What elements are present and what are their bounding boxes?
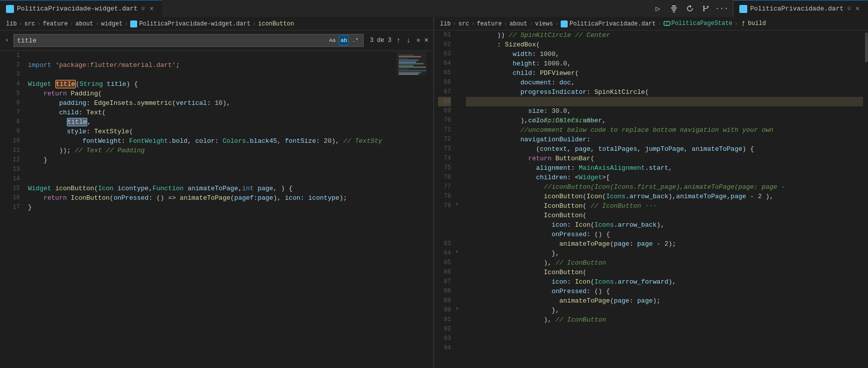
code-line: color: Colors.amber, bbox=[466, 97, 863, 106]
svg-rect-1 bbox=[671, 7, 677, 8]
dart-file-icon bbox=[6, 5, 14, 13]
right-editor-pane: lib › src › feature › about › views › Po… bbox=[434, 17, 868, 368]
rbc-class[interactable]: CPoliticaPageState bbox=[663, 20, 732, 27]
dart-breadcrumb-icon-right bbox=[561, 20, 568, 27]
code-line: Widget title(String title) { bbox=[28, 79, 397, 89]
code-line: )) // SpinKitCircle // Center bbox=[466, 30, 863, 40]
match-case-btn[interactable]: Aa bbox=[327, 35, 337, 45]
code-line: fontWeight: FontWeight.bold, color: Colo… bbox=[28, 136, 397, 146]
whole-word-btn[interactable]: ab bbox=[339, 35, 349, 45]
code-line: //uncomment below code to replace bottom… bbox=[466, 125, 863, 135]
search-preserve-btn[interactable]: ≡ bbox=[414, 35, 424, 45]
left-code-editor[interactable]: 1 2 3 4 5 6 7 8 9 10 11 12 13 14 15 16 1… bbox=[0, 51, 434, 368]
code-line: (context, page, totalPages, jumpToPage, … bbox=[466, 144, 863, 154]
run-button[interactable]: ▷ bbox=[651, 1, 665, 15]
code-line: child: PDFViewer( bbox=[466, 68, 863, 78]
right-scrollbar[interactable] bbox=[863, 30, 868, 368]
tab-close-right[interactable]: × bbox=[854, 5, 862, 13]
expand-arrow-79[interactable]: › bbox=[455, 201, 459, 207]
code-line: }, bbox=[466, 249, 863, 258]
restart-button[interactable] bbox=[683, 1, 697, 15]
code-line: child: Text( bbox=[28, 108, 397, 117]
code-line bbox=[28, 165, 397, 174]
code-line: Widget iconButton(Icon icontype,Function… bbox=[28, 184, 397, 193]
code-line: }, bbox=[466, 306, 863, 315]
code-line: icon: Icon(Icons.arrow_forward), bbox=[466, 277, 863, 287]
line-numbers-left: 1 2 3 4 5 6 7 8 9 10 11 12 13 14 15 16 1… bbox=[0, 51, 24, 368]
code-line: navigationBuilder: bbox=[466, 135, 863, 144]
expand-arrow-84[interactable]: ‹ bbox=[455, 249, 459, 255]
left-editor-pane: lib › src › feature › about › widget › P… bbox=[0, 17, 434, 368]
search-count: 3 de 3 bbox=[368, 37, 393, 44]
bc-lib[interactable]: lib bbox=[6, 20, 17, 27]
tab-left-active[interactable]: PoliticaPrivacidade-widget.dart U × bbox=[0, 0, 162, 17]
bc-function[interactable]: iconButton bbox=[258, 20, 294, 27]
right-gutter bbox=[397, 51, 434, 368]
code-line: animateToPage(page: page - 2); bbox=[466, 239, 863, 249]
line-numbers-right: 61 62 63 64 65 66 67 68 69 70 71 72 73 7… bbox=[434, 30, 455, 368]
rbc-filename[interactable]: PoliticaPrivacidade.dart bbox=[570, 20, 656, 27]
code-line: } bbox=[28, 203, 397, 212]
code-line: ), // IconButton bbox=[466, 315, 863, 325]
regex-btn[interactable]: .* bbox=[350, 35, 360, 45]
rbc-src[interactable]: src bbox=[458, 20, 469, 27]
search-bar[interactable]: Aa ab .* bbox=[13, 34, 364, 47]
search-next-btn[interactable]: ↓ bbox=[404, 35, 414, 45]
svg-text:C: C bbox=[666, 22, 668, 26]
code-line: import 'package:flutter/material.dart'; bbox=[28, 60, 397, 70]
svg-rect-2 bbox=[672, 9, 676, 10]
code-line: onPressed: () { bbox=[466, 230, 863, 239]
tab-right-active[interactable]: PoliticaPrivacidade.dart U × bbox=[733, 0, 868, 17]
right-breadcrumb: lib › src › feature › about › views › Po… bbox=[434, 17, 868, 30]
rbc-feature[interactable]: feature bbox=[477, 20, 502, 27]
code-line: iconButton(Icon(Icons.arrow_back),animat… bbox=[466, 192, 863, 201]
code-line: progressIndicator: SpinKitCircle( bbox=[466, 87, 863, 97]
code-line: onPressed: () { bbox=[466, 287, 863, 296]
rbc-views[interactable]: views bbox=[535, 20, 553, 27]
bc-widget[interactable]: widget bbox=[101, 20, 122, 27]
dart-breadcrumb-icon bbox=[130, 20, 137, 27]
code-line: style: TextStyle( bbox=[28, 127, 397, 136]
search-input[interactable] bbox=[17, 37, 325, 44]
code-line: )); // Text // Padding bbox=[28, 146, 397, 155]
code-line: size: 30.0, bbox=[466, 106, 863, 116]
bc-about[interactable]: about bbox=[75, 20, 93, 27]
rbc-about[interactable]: about bbox=[509, 20, 527, 27]
code-line bbox=[28, 51, 397, 60]
rbc-method[interactable]: ƒbuild bbox=[740, 20, 766, 27]
code-line: alignment: MainAxisAlignment.start, bbox=[466, 163, 863, 173]
tab-right-modified: U bbox=[848, 6, 851, 11]
code-line: IconButton( bbox=[466, 211, 863, 220]
code-line: IconButton( bbox=[466, 268, 863, 277]
bc-feature[interactable]: feature bbox=[43, 20, 68, 27]
code-lines-right: )) // SpinKitCircle // Center : SizedBox… bbox=[462, 30, 863, 368]
scrollbar-thumb-right[interactable] bbox=[865, 32, 868, 62]
tab-close-left[interactable]: × bbox=[148, 5, 156, 13]
code-line: document: doc, bbox=[466, 78, 863, 87]
search-chevron[interactable]: › bbox=[4, 37, 9, 44]
code-line: //iconButton(Icon(Icons.first_page),anim… bbox=[466, 182, 863, 192]
expand-arrow-90[interactable]: › bbox=[455, 306, 459, 312]
search-prev-btn[interactable]: ↑ bbox=[394, 35, 404, 45]
dart-file-icon-right bbox=[739, 5, 747, 13]
code-line: ), // IconButton bbox=[466, 258, 863, 268]
code-line: padding: EdgeInsets.symmetric(vertical: … bbox=[28, 98, 397, 108]
search-close-btn[interactable]: × bbox=[424, 36, 430, 44]
right-code-area[interactable]: 61 62 63 64 65 66 67 68 69 70 71 72 73 7… bbox=[434, 30, 868, 368]
left-breadcrumb: lib › src › feature › about › widget › P… bbox=[0, 17, 434, 30]
code-line: return IconButton(onPressed: () => anima… bbox=[28, 193, 397, 203]
search-options: Aa ab .* bbox=[327, 35, 360, 45]
code-line: width: 1000, bbox=[466, 49, 863, 59]
search-input-wrapper bbox=[17, 37, 325, 44]
code-line: icon: Icon(Icons.arrow_back), bbox=[466, 220, 863, 230]
more-button[interactable]: ··· bbox=[715, 1, 729, 15]
bc-src[interactable]: src bbox=[24, 20, 35, 27]
code-line: return ButtonBar( bbox=[466, 154, 863, 163]
code-line bbox=[28, 70, 397, 79]
debug-button[interactable] bbox=[667, 1, 681, 15]
rbc-lib[interactable]: lib bbox=[440, 20, 451, 27]
bc-filename[interactable]: PoliticaPrivacidade-widget.dart bbox=[139, 20, 250, 27]
tab-bar: PoliticaPrivacidade-widget.dart U × ▷ ··… bbox=[0, 0, 868, 17]
tab-right-label: PoliticaPrivacidade.dart bbox=[750, 5, 844, 12]
branch-button[interactable] bbox=[699, 1, 713, 15]
